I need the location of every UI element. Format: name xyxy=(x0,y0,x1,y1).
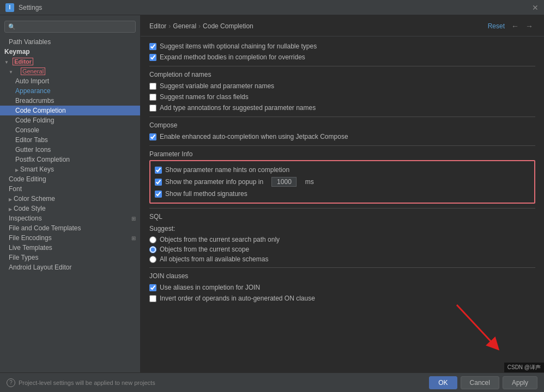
apply-button[interactable]: Apply xyxy=(503,376,537,389)
breadcrumb-sep2: › xyxy=(198,22,201,30)
close-button[interactable]: ✕ xyxy=(532,3,539,12)
use-aliases-join-checkbox[interactable] xyxy=(149,284,156,291)
back-button[interactable]: ← xyxy=(509,21,521,32)
sidebar-item-inspections[interactable]: Inspections ⊞ xyxy=(0,213,140,223)
optional-chaining-label: Suggest items with optional chaining for… xyxy=(160,42,317,50)
divider-3 xyxy=(149,145,535,146)
add-type-annotations-checkbox[interactable] xyxy=(149,105,156,112)
add-type-annotations-row: Add type annotations for suggested param… xyxy=(149,102,535,113)
sql-label: SQL xyxy=(149,213,535,220)
radio-current-scope[interactable] xyxy=(149,246,156,253)
ok-button[interactable]: OK xyxy=(429,376,457,389)
expand-method-row: Expand method bodies in completion for o… xyxy=(149,52,535,63)
sidebar-item-code-editing[interactable]: Code Editing xyxy=(0,174,140,184)
sidebar-item-path-variables[interactable]: Path Variables xyxy=(0,37,140,47)
invert-order-checkbox[interactable] xyxy=(149,295,156,302)
window-title: Settings xyxy=(19,4,42,11)
sidebar-item-keymap[interactable]: Keymap xyxy=(0,47,140,57)
show-param-hints-label: Show parameter name hints on completion xyxy=(165,166,289,174)
join-clauses-label: JOIN clauses xyxy=(149,272,535,280)
search-icon: 🔍 xyxy=(8,23,16,30)
sidebar-item-appearance[interactable]: Appearance xyxy=(0,86,140,96)
editor-label: Editor xyxy=(13,58,33,65)
sidebar-item-android-layout-editor[interactable]: Android Layout Editor xyxy=(0,262,140,272)
popup-ms-unit: ms xyxy=(305,178,314,186)
divider-2 xyxy=(149,117,535,117)
suggest-names-class-label: Suggest names for class fields xyxy=(160,93,249,101)
suggest-names-class-checkbox[interactable] xyxy=(149,94,156,101)
sidebar-item-editor[interactable]: Editor xyxy=(0,57,140,66)
suggest-names-class-row: Suggest names for class fields xyxy=(149,91,535,102)
content-header: Editor › General › Code Completion Reset… xyxy=(141,15,544,36)
add-type-annotations-label: Add type annotations for suggested param… xyxy=(160,104,316,112)
breadcrumb-sep1: › xyxy=(168,22,171,30)
suggest-variable-label: Suggest variable and parameter names xyxy=(160,82,274,90)
cancel-button[interactable]: Cancel xyxy=(461,376,499,389)
divider-4 xyxy=(149,208,535,209)
sidebar-item-smart-keys[interactable]: ▶Smart Keys xyxy=(0,164,140,174)
radio-current-scope-label: Objects from the current scope xyxy=(160,246,249,253)
sidebar-item-file-and-code-templates[interactable]: File and Code Templates xyxy=(0,223,140,233)
watermark: CSDN @译声 xyxy=(504,363,544,372)
sidebar-item-postfix-completion[interactable]: Postfix Completion xyxy=(0,155,140,164)
titlebar: I Settings ✕ xyxy=(0,0,544,15)
main-container: 🔍 Path Variables Keymap Editor General A… xyxy=(0,15,544,372)
show-full-signatures-checkbox[interactable] xyxy=(155,191,162,198)
sidebar-item-gutter-icons[interactable]: Gutter Icons xyxy=(0,145,140,155)
expand-method-checkbox[interactable] xyxy=(149,54,156,61)
radio-current-search-label: Objects from the current search path onl… xyxy=(160,236,280,243)
sidebar-item-file-types[interactable]: File Types xyxy=(0,253,140,262)
sidebar-item-file-encodings[interactable]: File Encodings ⊞ xyxy=(0,233,140,243)
use-aliases-join-row: Use aliases in completion for JOIN xyxy=(149,282,535,293)
radio-all-schemas-label: All objects from all available schemas xyxy=(160,255,268,263)
bottom-bar: ? Project-level settings will be applied… xyxy=(0,372,544,392)
sidebar-item-editor-tabs[interactable]: Editor Tabs xyxy=(0,135,140,145)
sidebar-item-live-templates[interactable]: Live Templates xyxy=(0,243,140,253)
show-full-signatures-row: Show full method signatures xyxy=(155,188,530,199)
sidebar-item-font[interactable]: Font xyxy=(0,184,140,194)
expand-method-label: Expand method bodies in completion for o… xyxy=(160,53,305,61)
divider-1 xyxy=(149,66,535,66)
sidebar: 🔍 Path Variables Keymap Editor General A… xyxy=(0,15,141,372)
use-aliases-join-label: Use aliases in completion for JOIN xyxy=(160,284,260,291)
sidebar-item-code-style[interactable]: ▶Code Style xyxy=(0,204,140,213)
parameter-info-label: Parameter Info xyxy=(149,150,535,158)
sidebar-item-breadcrumbs[interactable]: Breadcrumbs xyxy=(0,96,140,106)
sidebar-item-auto-import[interactable]: Auto Import xyxy=(0,76,140,86)
show-param-popup-label: Show the parameter info popup in xyxy=(165,178,263,186)
suggest-variable-row: Suggest variable and parameter names xyxy=(149,81,535,91)
reset-button[interactable]: Reset xyxy=(486,21,507,31)
suggest-variable-checkbox[interactable] xyxy=(149,83,156,90)
show-param-hints-checkbox[interactable] xyxy=(155,167,162,174)
radio-current-search-row: Objects from the current search path onl… xyxy=(149,235,535,244)
search-box[interactable]: 🔍 xyxy=(4,21,136,33)
breadcrumb-general: General xyxy=(173,22,196,30)
sidebar-item-code-folding[interactable]: Code Folding xyxy=(0,115,140,125)
optional-chaining-checkbox[interactable] xyxy=(149,43,156,50)
search-input[interactable] xyxy=(18,23,132,30)
bottom-info: ? Project-level settings will be applied… xyxy=(7,378,155,387)
sidebar-item-code-completion[interactable]: Code Completion xyxy=(0,106,140,115)
breadcrumb: Editor › General › Code Completion xyxy=(149,22,253,30)
bottom-buttons: OK Cancel Apply xyxy=(429,376,537,389)
suggest-label: Suggest: xyxy=(149,225,535,232)
bottom-info-text: Project-level settings will be applied t… xyxy=(19,379,155,386)
radio-current-search[interactable] xyxy=(149,236,156,243)
show-full-signatures-label: Show full method signatures xyxy=(165,190,247,198)
radio-current-scope-row: Objects from the current scope xyxy=(149,244,535,254)
forward-button[interactable]: → xyxy=(523,21,535,32)
radio-all-schemas[interactable] xyxy=(149,256,156,263)
sidebar-item-general[interactable]: General xyxy=(0,66,140,76)
show-param-hints-row: Show parameter name hints on completion xyxy=(155,164,530,175)
enable-enhanced-checkbox[interactable] xyxy=(149,133,156,140)
compose-label: Compose xyxy=(149,121,535,129)
show-param-popup-checkbox[interactable] xyxy=(155,179,162,186)
completion-of-names-label: Completion of names xyxy=(149,71,535,78)
help-icon[interactable]: ? xyxy=(7,378,15,387)
inspections-badge: ⊞ xyxy=(131,216,136,222)
content-body: Suggest items with optional chaining for… xyxy=(141,36,544,308)
sidebar-item-console[interactable]: Console xyxy=(0,125,140,135)
breadcrumb-current: Code Completion xyxy=(203,22,253,30)
popup-ms-input[interactable] xyxy=(271,177,297,187)
sidebar-item-color-scheme[interactable]: ▶Color Scheme xyxy=(0,194,140,204)
